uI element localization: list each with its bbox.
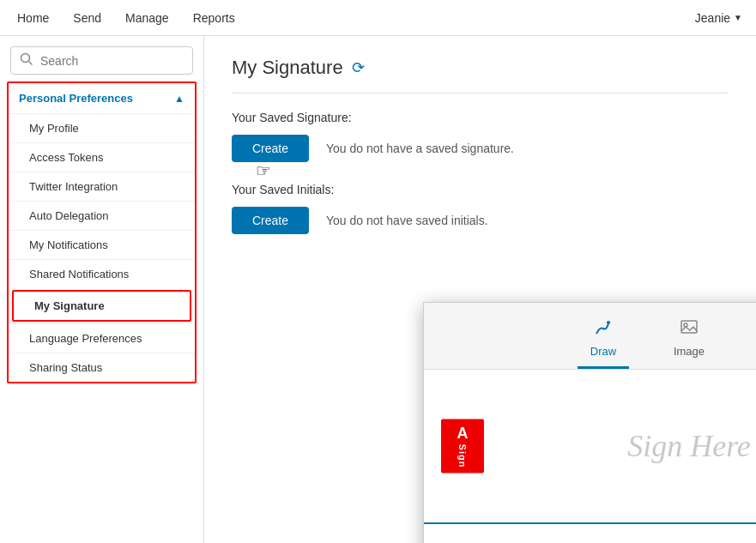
sidebar-item-auto-delegation[interactable]: Auto Delegation [9,201,195,230]
svg-point-2 [607,321,610,324]
section-label: Personal Preferences [19,92,133,105]
sidebar-item-shared-notifications[interactable]: Shared Notifications [9,259,195,288]
sidebar-items-list: My Profile Access Tokens Twitter Integra… [9,113,195,382]
dialog-footer: Close Apply [424,524,756,543]
nav-reports[interactable]: Reports [190,3,239,33]
personal-preferences-header[interactable]: Personal Preferences ▲ [9,83,195,113]
no-initials-text: You do not have saved initials. [326,214,488,227]
dialog-tabs: Draw Image [424,303,756,370]
no-signature-text: You do not have a saved signature. [326,142,514,155]
page-title-container: My Signature ⟳ [232,57,729,94]
content-area: My Signature ⟳ Your Saved Signature: Cre… [204,36,756,543]
main-container: Personal Preferences ▲ My Profile Access… [0,36,756,543]
saved-signature-section: Your Saved Signature: Create ☞ You do no… [232,111,729,162]
nav-manage[interactable]: Manage [122,3,172,33]
sidebar-item-my-profile[interactable]: My Profile [9,113,195,142]
svg-line-1 [29,62,33,65]
sidebar: Personal Preferences ▲ My Profile Access… [0,36,204,543]
user-menu[interactable]: Jeanie ▼ [695,11,742,25]
svg-rect-3 [681,321,697,333]
sidebar-item-twitter-integration[interactable]: Twitter Integration [9,172,195,201]
create-signature-wrapper: Create ☞ [232,135,309,162]
adobe-logo-icon: A [457,425,469,443]
tab-image-label: Image [674,345,705,358]
search-input[interactable] [40,54,184,68]
svg-point-0 [21,54,30,63]
sidebar-item-my-notifications[interactable]: My Notifications [9,230,195,259]
create-signature-button[interactable]: Create [232,135,309,162]
sign-here-placeholder: Sign Here [627,428,751,464]
saved-signature-label: Your Saved Signature: [232,111,729,124]
adobe-sign-text: Sign [457,444,468,468]
create-initials-button[interactable]: Create [232,207,309,234]
draw-icon [593,317,614,341]
tab-image[interactable]: Image [663,317,715,369]
top-navigation: Home Send Manage Reports Jeanie ▼ [0,0,756,36]
dialog-body[interactable]: A Sign Sign Here [424,370,756,524]
tab-draw[interactable]: Draw [578,317,629,369]
sidebar-item-sharing-status[interactable]: Sharing Status [9,353,195,382]
tab-draw-label: Draw [590,345,616,358]
hand-cursor-icon: ☞ [256,160,271,181]
saved-initials-label: Your Saved Initials: [232,183,729,196]
image-icon [679,317,699,341]
signature-dialog: Draw Image [423,302,756,543]
search-box[interactable] [10,46,193,75]
refresh-icon[interactable]: ⟳ [352,58,365,77]
nav-items: Home Send Manage Reports [14,3,239,33]
user-name: Jeanie [695,11,730,25]
saved-initials-section: Your Saved Initials: Create You do not h… [232,183,729,234]
sidebar-item-my-signature[interactable]: My Signature [12,290,191,322]
sidebar-item-language-preferences[interactable]: Language Preferences [9,323,195,353]
tab-mobile[interactable]: Mobile [749,317,756,369]
page-title: My Signature [232,57,343,79]
signature-row: Create ☞ You do not have a saved signatu… [232,135,729,162]
search-icon [20,52,33,69]
adobe-sign-badge: A Sign [441,419,484,474]
sidebar-item-access-tokens[interactable]: Access Tokens [9,142,195,172]
initials-row: Create You do not have saved initials. [232,207,729,234]
personal-preferences-section: Personal Preferences ▲ My Profile Access… [7,81,197,383]
chevron-up-icon: ▲ [174,93,184,105]
nav-send[interactable]: Send [70,3,105,33]
user-menu-arrow-icon: ▼ [734,13,742,22]
nav-home[interactable]: Home [14,3,52,33]
